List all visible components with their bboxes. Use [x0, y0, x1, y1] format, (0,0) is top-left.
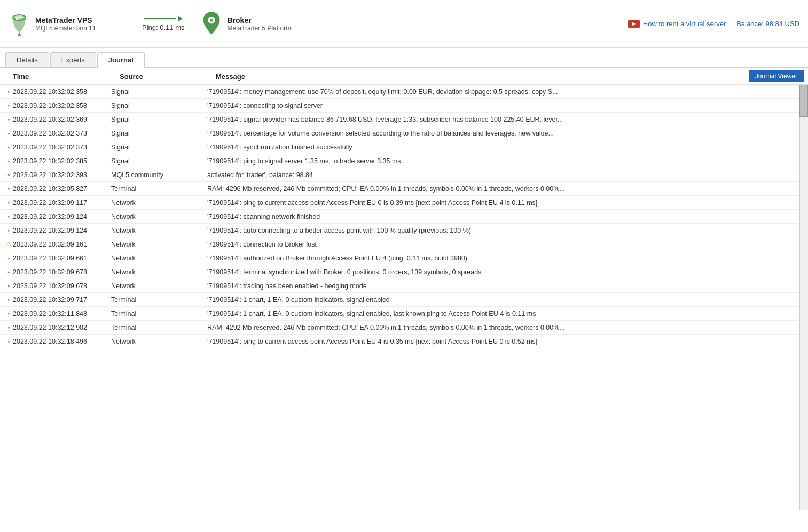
broker-platform: MetaTrader 5 Platform: [228, 25, 292, 32]
tab-journal[interactable]: Journal: [97, 52, 145, 68]
dot-icon: ●: [7, 117, 10, 121]
table-row: ● 2023.09.22 10:32:11.848 Terminal '7190…: [0, 307, 808, 321]
rent-server-link[interactable]: How to rent a virtual server: [628, 20, 726, 28]
row-time: 2023.09.22 10:32:12.902: [13, 324, 111, 331]
tabs-bar: Details Experts Journal: [0, 48, 808, 68]
ping-line: [144, 18, 176, 19]
svg-text:MT: MT: [16, 16, 23, 21]
row-source: Signal: [111, 102, 207, 109]
dot-icon: ●: [7, 298, 10, 301]
row-indicator: ●: [4, 201, 13, 204]
table-row: ● 2023.09.22 10:32:02.358 Signal '719095…: [0, 99, 808, 113]
table-row: ● 2023.09.22 10:32:02.358 Signal '719095…: [0, 85, 808, 99]
row-source: Network: [111, 268, 207, 276]
dot-icon: ●: [7, 312, 10, 315]
row-message: '71909514': 1 chart, 1 EA, 0 custom indi…: [207, 296, 804, 304]
row-source: Network: [111, 213, 207, 220]
row-indicator: ⚠: [4, 240, 13, 249]
dot-icon: ●: [7, 228, 10, 232]
row-source: MQL5.community: [111, 171, 207, 179]
row-time: 2023.09.22 10:32:09.661: [13, 255, 111, 262]
dot-icon: ●: [7, 284, 10, 288]
row-message: '71909514': money management: use 70% of…: [207, 88, 804, 96]
row-source: Terminal: [111, 296, 207, 304]
row-time: 2023.09.22 10:32:02.358: [13, 88, 111, 96]
row-source: Terminal: [111, 185, 207, 193]
row-message: '71909514': scanning network finished: [207, 213, 804, 220]
row-message: '71909514': auto connecting to a better …: [207, 227, 804, 234]
tab-experts[interactable]: Experts: [50, 52, 96, 67]
table-header: Time Source Message Journal Viewer: [0, 68, 808, 85]
row-source: Network: [111, 227, 207, 234]
broker-section: B Broker MetaTrader 5 Platform: [201, 11, 292, 37]
ping-arrow: [144, 16, 183, 21]
row-message: '71909514': signal provider has balance …: [207, 116, 804, 123]
server-name: MetaTrader VPS: [35, 16, 96, 25]
row-message: '71909514': ping to current access point…: [207, 338, 804, 345]
broker-name: Broker: [228, 16, 292, 25]
row-time: 2023.09.22 10:32:02.373: [13, 130, 111, 137]
row-source: Signal: [111, 116, 207, 123]
journal-table: ● 2023.09.22 10:32:02.358 Signal '719095…: [0, 85, 808, 510]
table-row: ● 2023.09.22 10:32:09.678 Network '71909…: [0, 265, 808, 279]
row-indicator: ●: [4, 104, 13, 107]
row-time: 2023.09.22 10:32:09.678: [13, 282, 111, 290]
row-source: Signal: [111, 157, 207, 165]
row-message: '71909514': ping to signal server 1.35 m…: [207, 157, 804, 165]
broker-icon: B: [201, 11, 222, 37]
row-time: 2023.09.22 10:32:02.373: [13, 144, 111, 151]
dot-icon: ●: [7, 325, 10, 329]
row-time: 2023.09.22 10:32:09.124: [13, 227, 111, 234]
row-message: '71909514': ping to current access point…: [207, 199, 804, 207]
ping-arrowhead-icon: [178, 16, 183, 21]
dot-icon: ●: [7, 187, 10, 190]
svg-point-3: [18, 34, 21, 36]
col-header-source: Source: [120, 73, 216, 81]
ping-section: Ping: 0.11 ms: [142, 16, 185, 31]
row-time: 2023.09.22 10:32:09.717: [13, 296, 111, 304]
scrollbar-thumb[interactable]: [799, 85, 808, 117]
table-row: ● 2023.09.22 10:32:05.827 Terminal RAM: …: [0, 182, 808, 196]
row-message: '71909514': connection to Broker lost: [207, 241, 804, 248]
row-indicator: ●: [4, 284, 13, 288]
tab-details[interactable]: Details: [5, 52, 49, 67]
svg-text:B: B: [209, 18, 213, 23]
row-time: 2023.09.22 10:32:02.358: [13, 102, 111, 109]
table-container: ● 2023.09.22 10:32:02.358 Signal '719095…: [0, 85, 808, 510]
row-source: Network: [111, 338, 207, 345]
row-source: Signal: [111, 130, 207, 137]
row-source: Network: [111, 282, 207, 290]
row-source: Signal: [111, 88, 207, 96]
row-source: Terminal: [111, 310, 207, 317]
rent-link-text[interactable]: How to rent a virtual server: [643, 20, 726, 28]
dot-icon: ●: [7, 90, 10, 93]
row-source: Network: [111, 199, 207, 207]
table-row: ⚠ 2023.09.22 10:32:09.161 Network '71909…: [0, 237, 808, 251]
row-message: activated for 'trader', balance: 98.84: [207, 171, 804, 179]
row-message: '71909514': authorized on Broker through…: [207, 255, 804, 262]
row-source: Network: [111, 241, 207, 248]
row-message: '71909514': percentage for volume conver…: [207, 130, 804, 137]
row-source: Signal: [111, 144, 207, 151]
row-message: '71909514': terminal synchronized with B…: [207, 268, 804, 276]
table-row: ● 2023.09.22 10:32:02.373 Signal '719095…: [0, 126, 808, 140]
dot-icon: ●: [7, 131, 10, 135]
row-message: '71909514': connecting to signal server: [207, 102, 804, 109]
row-time: 2023.09.22 10:32:02.385: [13, 157, 111, 165]
header: MT MetaTrader VPS MQL5 Amsterdam 11 Ping…: [0, 0, 808, 48]
table-row: ● 2023.09.22 10:32:09.124 Network '71909…: [0, 210, 808, 224]
table-row: ● 2023.09.22 10:32:09.117 Network '71909…: [0, 196, 808, 210]
row-indicator: ●: [4, 173, 13, 177]
col-header-time: Time: [13, 73, 120, 81]
row-message: RAM: 4296 Mb reserved, 246 Mb committed;…: [207, 185, 804, 193]
scrollbar-track[interactable]: [799, 85, 808, 510]
row-indicator: ●: [4, 312, 13, 315]
table-row: ● 2023.09.22 10:32:02.373 Signal '719095…: [0, 140, 808, 154]
row-time: 2023.09.22 10:32:05.827: [13, 185, 111, 193]
row-time: 2023.09.22 10:32:09.678: [13, 268, 111, 276]
broker-info: Broker MetaTrader 5 Platform: [228, 16, 292, 32]
video-icon: [628, 20, 640, 28]
table-row: ● 2023.09.22 10:32:02.369 Signal '719095…: [0, 113, 808, 126]
header-actions: How to rent a virtual server Balance: 98…: [628, 20, 799, 28]
journal-viewer-button[interactable]: Journal Viewer: [749, 70, 804, 82]
